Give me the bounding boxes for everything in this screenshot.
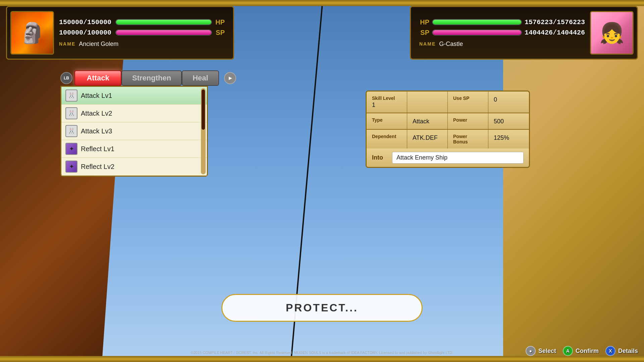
power-bonus-value-cell: 125% — [488, 130, 529, 148]
skill-detail-row3: Dependent ATK.DEF Power Bonus 125% — [367, 130, 529, 148]
left-character-portrait — [10, 11, 54, 55]
skill-item-reflect-lv2[interactable]: ✦ Reflect Lv2 — [61, 158, 207, 176]
skill-item-attack-lv3[interactable]: 🐰 Attack Lv3 — [61, 122, 207, 140]
left-sp-fill — [116, 30, 211, 35]
left-sp-value: 100000/100000 — [59, 29, 113, 37]
hud-left-panel: 150000/150000 HP 100000/100000 SP NAME A… — [6, 6, 234, 60]
skill-label-attack-lv3: Attack Lv3 — [81, 127, 112, 135]
skill-detail-row1: Skill Level 1 Use SP 0 — [367, 92, 529, 113]
right-sp-label: SP — [419, 29, 429, 37]
right-hp-row: HP 1576223/1576223 — [419, 18, 585, 26]
right-hp-fill — [433, 20, 521, 24]
power-bonus-label-cell: Power Bonus — [448, 130, 488, 148]
skill-level-value: 1 — [372, 102, 401, 109]
type-label: Type — [372, 117, 401, 123]
right-hp-label: HP — [419, 18, 429, 26]
rb-button[interactable] — [224, 72, 236, 84]
dependent-label-cell: Dependent — [367, 130, 407, 148]
left-sp-track — [115, 29, 212, 36]
type-label-cell: Type — [367, 113, 407, 129]
power-bonus-label: Power Bonus — [453, 134, 483, 144]
tab-container: Attack Strengthen Heal — [74, 70, 222, 86]
dialogue-text: PROTECT... — [286, 302, 358, 314]
skill-icon-attack-lv1: 🐰 — [65, 89, 77, 102]
skill-into-row: Into Attack Enemy Ship — [367, 148, 529, 167]
bottom-border — [0, 356, 644, 362]
skill-label-attack-lv1: Attack Lv1 — [81, 92, 112, 100]
skill-list-scrollbar[interactable] — [201, 88, 206, 174]
skill-icon-reflect-lv2: ✦ — [65, 161, 77, 173]
tab-attack[interactable]: Attack — [74, 70, 121, 86]
skill-level-cell: Skill Level 1 — [367, 92, 407, 113]
use-sp-value: 0 — [494, 96, 524, 103]
tab-strengthen[interactable]: Strengthen — [121, 70, 182, 86]
x-button-icon[interactable]: X — [605, 346, 615, 356]
left-hud-bars: 150000/150000 HP 100000/100000 SP NAME A… — [54, 18, 230, 48]
left-name-row: NAME Ancient Golem — [59, 41, 225, 48]
use-sp-label: Use SP — [453, 96, 483, 101]
left-character-name: Ancient Golem — [79, 41, 118, 48]
skill-icon-attack-lv3: 🐰 — [65, 125, 77, 137]
details-button-group: X Details — [605, 346, 638, 356]
skill-item-attack-lv1[interactable]: 🐰 Attack Lv1 — [61, 87, 207, 105]
use-sp-value-cell: 0 — [488, 92, 529, 113]
into-label: Into — [372, 154, 392, 161]
skill-icon-reflect-lv1: ✦ — [65, 143, 77, 155]
select-button-label: Select — [538, 348, 556, 355]
right-character-portrait — [590, 11, 634, 55]
skill-detail-row2: Type Attack Power 500 — [367, 113, 529, 130]
bottom-controls: ● Select A Confirm X Details — [526, 346, 638, 356]
confirm-button-group: A Confirm — [563, 346, 599, 356]
skill-item-reflect-lv1[interactable]: ✦ Reflect Lv1 — [61, 140, 207, 158]
tab-heal[interactable]: Heal — [182, 70, 219, 86]
power-value: 500 — [494, 118, 524, 125]
dependent-label: Dependent — [372, 134, 401, 139]
skill-list: 🐰 Attack Lv1 🐰 Attack Lv2 🐰 Attack Lv3 ✦… — [60, 86, 208, 177]
left-hp-row: 150000/150000 HP — [59, 18, 225, 26]
use-sp-label-cell: Use SP — [448, 92, 488, 113]
left-sp-label: SP — [215, 29, 225, 37]
skill-level-label: Skill Level — [372, 96, 401, 101]
details-button-label: Details — [618, 348, 638, 355]
skill-item-attack-lv2[interactable]: 🐰 Attack Lv2 — [61, 105, 207, 122]
power-label-cell: Power — [448, 113, 488, 129]
select-button-group: ● Select — [526, 346, 556, 356]
right-name-label: NAME — [419, 41, 436, 47]
left-name-label: NAME — [59, 41, 75, 47]
right-sp-row: SP 1404426/1404426 — [419, 29, 585, 37]
power-bonus-value: 125% — [494, 134, 524, 141]
type-value: Attack — [413, 118, 442, 125]
skill-label-attack-lv2: Attack Lv2 — [81, 110, 112, 117]
right-sp-fill — [433, 30, 521, 35]
dependent-value: ATK.DEF — [413, 134, 442, 141]
lb-button[interactable]: LB — [60, 72, 72, 84]
skill-list-scroll-thumb — [202, 89, 205, 130]
copyright-text: ©2015 COMPILE HEART / GCREST, Inc. All R… — [191, 351, 453, 355]
confirm-button-label: Confirm — [576, 348, 599, 355]
right-sp-value: 1404426/1404426 — [525, 29, 585, 37]
right-sp-track — [432, 29, 522, 36]
left-hp-fill — [116, 20, 211, 24]
left-hp-label: HP — [215, 18, 225, 26]
action-menu: LB Attack Strengthen Heal 🐰 Attack Lv1 🐰… — [60, 70, 248, 177]
power-value-cell: 500 — [488, 113, 529, 129]
dependent-value-cell: ATK.DEF — [407, 130, 448, 148]
select-button-icon[interactable]: ● — [526, 346, 536, 356]
type-value-cell: Attack — [407, 113, 448, 129]
right-hp-value: 1576223/1576223 — [525, 18, 585, 26]
into-value: Attack Enemy Ship — [392, 152, 524, 164]
left-sp-row: 100000/100000 SP — [59, 29, 225, 37]
skill-detail-panel: Skill Level 1 Use SP 0 Type Attack Power… — [366, 90, 530, 168]
right-hud-bars: HP 1576223/1576223 SP 1404426/1404426 NA… — [414, 18, 590, 48]
action-tab-bar: LB Attack Strengthen Heal — [60, 70, 248, 86]
skill-label-reflect-lv1: Reflect Lv1 — [81, 145, 114, 153]
right-character-name: G-Castle — [439, 41, 463, 48]
power-label: Power — [453, 117, 483, 123]
a-button-icon[interactable]: A — [563, 346, 573, 356]
skill-icon-attack-lv2: 🐰 — [65, 107, 77, 119]
right-name-row: NAME G-Castle — [419, 41, 585, 48]
right-hp-track — [432, 19, 522, 25]
left-hp-value: 150000/150000 — [59, 18, 113, 26]
spacer-cell-1 — [407, 92, 448, 113]
left-hp-track — [115, 19, 212, 25]
